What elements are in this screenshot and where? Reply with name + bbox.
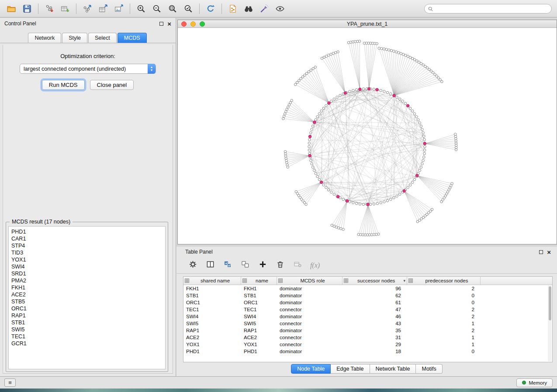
float-panel-icon[interactable] [159, 22, 163, 26]
column-header-successor-nodes[interactable]: successor nodes▾ [343, 277, 407, 285]
tab-motifs[interactable]: Motifs [416, 364, 442, 374]
table-cell[interactable]: dominator [277, 328, 343, 333]
column-edit-icon[interactable] [185, 279, 189, 283]
table-cell[interactable]: SWI5 [183, 321, 241, 326]
table-cell[interactable]: 61 [343, 300, 407, 305]
table-cell[interactable]: 2 [407, 314, 481, 319]
table-row[interactable]: ORC1ORC1dominator610 [183, 299, 552, 306]
add-button[interactable] [257, 260, 268, 271]
mcds-result-item[interactable]: SWI5 [9, 326, 165, 333]
table-cell[interactable]: dominator [277, 314, 343, 319]
paint-style-button[interactable] [256, 2, 272, 16]
mcds-result-item[interactable]: SWI4 [9, 263, 165, 270]
columns-button[interactable] [204, 260, 216, 271]
close-table-panel-icon[interactable]: × [547, 250, 551, 254]
table-scrollbar[interactable] [548, 285, 552, 361]
table-cell[interactable]: SWI4 [241, 314, 277, 319]
tab-mcds[interactable]: MCDS [118, 33, 147, 43]
column-header-MCDS-role[interactable]: MCDS role [277, 277, 343, 285]
table-cell[interactable]: RAP1 [183, 328, 241, 333]
tab-network[interactable]: Network [28, 33, 61, 43]
table-cell[interactable]: STB1 [183, 293, 241, 298]
column-header-predecessor-nodes[interactable]: predecessor nodes [407, 277, 481, 285]
import-table-button[interactable] [57, 2, 73, 16]
table-cell[interactable]: connector [277, 307, 343, 312]
search-network-button[interactable] [241, 2, 256, 16]
hide-column-button[interactable] [292, 260, 303, 271]
tab-select[interactable]: Select [88, 33, 117, 43]
table-cell[interactable]: PHD1 [183, 349, 241, 354]
table-row[interactable]: SWI4SWI4dominator462 [183, 313, 552, 320]
toggle-visibility-button[interactable] [272, 2, 288, 16]
mcds-result-item[interactable]: PHD1 [9, 228, 165, 235]
mcds-result-item[interactable]: CAR1 [9, 235, 165, 242]
zoom-out-button[interactable] [149, 2, 165, 16]
export-network-button[interactable] [80, 2, 95, 16]
column-edit-icon[interactable] [408, 279, 413, 283]
mcds-result-item[interactable]: FKH1 [9, 284, 165, 291]
table-scrollbar-thumb[interactable] [549, 286, 551, 320]
table-cell[interactable]: FKH1 [183, 286, 241, 291]
table-row[interactable]: TEC1TEC1connector472 [183, 306, 552, 313]
column-edit-icon[interactable] [278, 279, 283, 283]
table-cell[interactable]: 96 [343, 286, 407, 291]
close-window-icon[interactable] [181, 21, 187, 27]
tab-node-table[interactable]: Node Table [291, 364, 331, 374]
mcds-result-list[interactable]: PHD1CAR1STP4TID3YOX1SWI4SRD1PMA2FKH1ACE2… [8, 226, 166, 369]
table-cell[interactable]: SWI4 [183, 314, 241, 319]
table-cell[interactable]: 43 [343, 321, 407, 326]
network-svg[interactable] [178, 28, 557, 244]
table-cell[interactable]: connector [277, 321, 343, 326]
import-network-button[interactable] [42, 2, 57, 16]
export-image-button[interactable] [111, 2, 127, 16]
search-input[interactable] [433, 5, 551, 13]
column-header-shared-name[interactable]: shared name [183, 277, 241, 285]
select-all-button[interactable] [222, 260, 233, 271]
table-cell[interactable]: dominator [277, 349, 343, 354]
table-cell[interactable]: STB1 [241, 293, 277, 298]
table-cell[interactable]: SWI5 [241, 321, 277, 326]
minimize-window-icon[interactable] [190, 21, 196, 27]
tab-edge-table[interactable]: Edge Table [331, 364, 370, 374]
table-cell[interactable]: ACE2 [241, 335, 277, 340]
table-cell[interactable]: connector [277, 335, 343, 340]
maximize-window-icon[interactable] [200, 21, 205, 27]
table-row[interactable]: ACE2ACE2connector311 [183, 334, 552, 341]
table-cell[interactable]: 2 [407, 286, 481, 291]
table-cell[interactable]: 1 [407, 335, 481, 340]
mcds-result-item[interactable]: ORC1 [9, 305, 165, 312]
mcds-result-item[interactable]: PMA2 [9, 277, 165, 284]
table-cell[interactable]: 31 [343, 335, 407, 340]
network-canvas[interactable] [178, 28, 557, 244]
close-panel-button[interactable]: Close panel [90, 80, 134, 90]
tab-style[interactable]: Style [62, 33, 87, 43]
table-cell[interactable]: 0 [407, 300, 481, 305]
table-cell[interactable]: 46 [343, 314, 407, 319]
open-file-button[interactable] [3, 2, 19, 16]
zoom-fit-button[interactable] [165, 2, 180, 16]
table-cell[interactable]: 0 [407, 349, 481, 354]
mcds-result-item[interactable]: STB5 [9, 298, 165, 305]
table-cell[interactable]: dominator [277, 293, 343, 298]
deselect-all-button[interactable] [239, 260, 251, 271]
table-cell[interactable]: FKH1 [241, 286, 277, 291]
settings-button[interactable] [187, 260, 198, 271]
table-cell[interactable]: ORC1 [241, 300, 277, 305]
column-edit-icon[interactable] [344, 279, 348, 283]
share-document-button[interactable] [225, 2, 241, 16]
table-cell[interactable]: RAP1 [241, 328, 277, 333]
table-cell[interactable]: YOX1 [183, 342, 241, 347]
mcds-result-item[interactable]: GCR1 [9, 340, 165, 347]
table-cell[interactable]: 1 [407, 342, 481, 347]
mcds-result-item[interactable]: STP4 [9, 242, 165, 249]
float-table-panel-icon[interactable] [539, 250, 543, 254]
table-row[interactable]: STB1STB1dominator620 [183, 292, 552, 299]
mcds-result-item[interactable]: TID3 [9, 249, 165, 256]
mcds-result-item[interactable]: TEC1 [9, 333, 165, 340]
mcds-result-item[interactable]: YOX1 [9, 256, 165, 263]
table-cell[interactable]: 2 [407, 307, 481, 312]
table-cell[interactable]: 2 [407, 328, 481, 333]
network-window-titlebar[interactable]: YPA_prune.txt_1 [178, 20, 557, 28]
zoom-in-button[interactable] [133, 2, 149, 16]
apply-layout-button[interactable] [203, 2, 218, 16]
